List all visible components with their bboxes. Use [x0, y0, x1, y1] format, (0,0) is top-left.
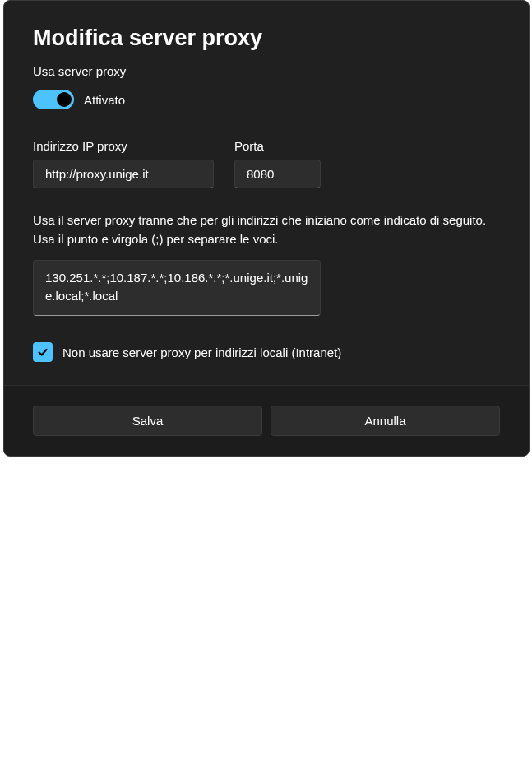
- checkmark-icon: [37, 346, 49, 358]
- exceptions-textarea[interactable]: [33, 260, 321, 316]
- dialog-footer: Salva Annulla: [4, 385, 529, 456]
- dialog-content: Modifica server proxy Usa server proxy A…: [4, 1, 529, 385]
- local-bypass-label: Non usare server proxy per indirizzi loc…: [62, 345, 341, 359]
- port-input-group: Porta: [234, 139, 321, 188]
- local-bypass-row: Non usare server proxy per indirizzi loc…: [33, 342, 500, 362]
- input-row: Indirizzo IP proxy Porta: [33, 139, 500, 188]
- port-label: Porta: [234, 139, 321, 153]
- dialog-title: Modifica server proxy: [33, 25, 500, 51]
- port-input[interactable]: [234, 160, 321, 188]
- cancel-button[interactable]: Annulla: [271, 406, 500, 436]
- use-proxy-label: Usa server proxy: [33, 64, 500, 78]
- toggle-knob: [57, 92, 72, 107]
- toggle-state-label: Attivato: [84, 93, 125, 107]
- save-button[interactable]: Salva: [33, 406, 262, 436]
- proxy-settings-dialog: Modifica server proxy Usa server proxy A…: [3, 0, 530, 457]
- local-bypass-checkbox[interactable]: [33, 342, 53, 362]
- toggle-row: Attivato: [33, 90, 500, 109]
- ip-input[interactable]: [33, 160, 214, 188]
- exceptions-description: Usa il server proxy tranne che per gli i…: [33, 211, 500, 248]
- ip-label: Indirizzo IP proxy: [33, 139, 214, 153]
- use-proxy-toggle[interactable]: [33, 90, 74, 109]
- ip-input-group: Indirizzo IP proxy: [33, 139, 214, 188]
